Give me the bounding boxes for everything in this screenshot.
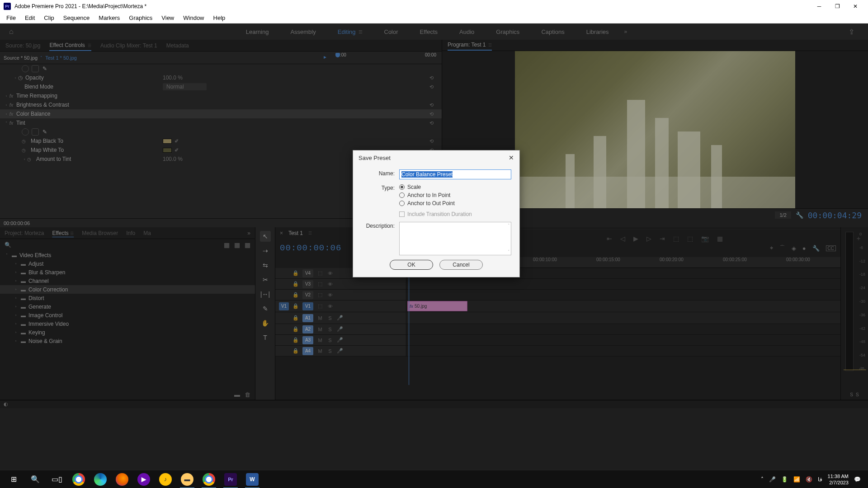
scroll-up-icon[interactable]: ˄ bbox=[508, 223, 510, 228]
solo-icon[interactable]: S bbox=[327, 315, 333, 321]
voice-icon[interactable]: 🎤 bbox=[337, 315, 343, 321]
taskbar-chrome[interactable] bbox=[68, 470, 90, 488]
ec-opacity-row[interactable]: › ◷ Opacity 100.0 % ⟲ bbox=[0, 73, 442, 82]
pen-mask-icon[interactable]: ✎ bbox=[42, 66, 47, 72]
checkbox-icon[interactable] bbox=[399, 211, 405, 217]
scroll-down-icon[interactable]: ˅ bbox=[508, 249, 510, 254]
close-window-button[interactable]: ✕ bbox=[846, 0, 864, 13]
blend-dropdown[interactable]: Normal bbox=[163, 83, 207, 90]
chevron-down-icon[interactable]: ˅ bbox=[5, 253, 9, 257]
tab-media-browser[interactable]: Media Browser bbox=[82, 230, 118, 236]
track-label[interactable]: V2 bbox=[302, 291, 313, 299]
ec-color-balance[interactable]: › fx Color Balance ⟲ bbox=[0, 109, 442, 118]
ok-button[interactable]: OK bbox=[390, 260, 433, 270]
stopwatch-icon[interactable]: ◷ bbox=[27, 157, 33, 162]
overflow-icon[interactable]: » bbox=[247, 230, 250, 236]
stopwatch-icon[interactable]: ◷ bbox=[18, 75, 23, 81]
solo-icon[interactable]: S bbox=[327, 327, 333, 332]
track-a1[interactable]: 🔒A1MS🎤 bbox=[275, 312, 840, 324]
solo-icon[interactable]: S bbox=[327, 338, 333, 343]
preset-filter-icon[interactable]: ▦ bbox=[245, 241, 250, 249]
tray-mic-icon[interactable]: 🎤 bbox=[769, 476, 776, 483]
tab-metadata[interactable]: Metadata bbox=[166, 41, 189, 51]
tab-audio-clip-mixer[interactable]: Audio Clip Mixer: Test 1 bbox=[100, 41, 157, 51]
track-a3[interactable]: 🔒A3MS🎤 bbox=[275, 335, 840, 346]
tray-clock[interactable]: 11:38 AM 2/7/2023 bbox=[828, 473, 849, 486]
chevron-right-icon[interactable]: › bbox=[14, 305, 18, 309]
pen-mask-icon[interactable]: ✎ bbox=[42, 129, 47, 135]
fx-icon[interactable]: fx bbox=[9, 93, 14, 99]
clip-name[interactable]: Test 1 * 50.jpg bbox=[45, 55, 77, 61]
reset-icon[interactable]: ⟲ bbox=[429, 75, 434, 81]
hamburger-icon[interactable]: ☰ bbox=[359, 29, 363, 34]
toggle-output-icon[interactable]: 👁 bbox=[327, 304, 333, 309]
tab-info[interactable]: Info bbox=[126, 230, 135, 236]
type-tool[interactable]: T bbox=[260, 332, 271, 343]
tray-volume-icon[interactable]: 🔇 bbox=[806, 476, 812, 483]
ec-map-black[interactable]: ◷ Map Black To ✐ ⟲ bbox=[0, 136, 442, 145]
fx-icon[interactable]: fx bbox=[9, 102, 14, 108]
solo-icon[interactable]: S bbox=[327, 348, 333, 354]
taskbar-app-purple[interactable]: ▶ bbox=[133, 470, 155, 488]
task-view-button[interactable]: ▭▯ bbox=[46, 470, 68, 488]
rect-mask-icon[interactable] bbox=[32, 128, 39, 136]
hamburger-icon[interactable]: ☰ bbox=[88, 43, 91, 48]
toggle-sync-icon[interactable]: ⬚ bbox=[317, 303, 323, 309]
solo-r[interactable]: S bbox=[856, 392, 859, 397]
menu-sequence[interactable]: Sequence bbox=[59, 13, 94, 23]
razor-tool[interactable]: ✂ bbox=[260, 274, 271, 285]
ec-tint[interactable]: ˅ fx Tint ⟲ bbox=[0, 118, 442, 127]
voice-icon[interactable]: 🎤 bbox=[337, 326, 343, 332]
mute-icon[interactable]: M bbox=[317, 348, 323, 354]
toggle-output-icon[interactable]: 👁 bbox=[327, 292, 333, 298]
taskbar-firefox[interactable] bbox=[111, 470, 133, 488]
ws-learning[interactable]: Learning bbox=[235, 23, 280, 40]
lock-icon[interactable]: 🔒 bbox=[292, 303, 299, 309]
chevron-right-icon[interactable]: › bbox=[13, 76, 18, 80]
search-button[interactable]: 🔍 bbox=[24, 470, 46, 488]
tree-folder[interactable]: ›▬Generate bbox=[0, 302, 255, 311]
taskbar-edge[interactable] bbox=[90, 470, 111, 488]
marker-icon[interactable]: ◈ bbox=[792, 245, 796, 252]
home-icon[interactable]: ⌂ bbox=[9, 28, 23, 36]
tree-folder[interactable]: ›▬Channel bbox=[0, 277, 255, 285]
menu-window[interactable]: Window bbox=[179, 13, 208, 23]
lock-icon[interactable]: 🔒 bbox=[292, 270, 299, 276]
search-icon[interactable]: 🔍 bbox=[5, 242, 11, 248]
rect-mask-icon[interactable] bbox=[32, 65, 39, 72]
chevron-right-icon[interactable]: › bbox=[4, 94, 9, 98]
taskbar-explorer[interactable]: ▬ bbox=[176, 470, 198, 488]
wrench-icon[interactable]: 🔧 bbox=[812, 245, 820, 252]
track-v2[interactable]: 🔒V2⬚👁 bbox=[275, 290, 840, 300]
reset-icon[interactable]: ⟲ bbox=[429, 102, 434, 108]
tray-wifi-icon[interactable]: 📶 bbox=[793, 476, 800, 483]
tray-language[interactable]: فا bbox=[818, 476, 822, 483]
playhead-icon[interactable] bbox=[335, 53, 340, 57]
settings-icon[interactable]: ● bbox=[802, 245, 806, 252]
track-label[interactable]: A3 bbox=[302, 336, 313, 344]
lock-icon[interactable]: 🔒 bbox=[292, 292, 299, 298]
ws-captions[interactable]: Captions bbox=[530, 23, 575, 40]
overflow-icon[interactable]: » bbox=[620, 28, 632, 35]
toggle-sync-icon[interactable]: ⬚ bbox=[317, 281, 323, 287]
track-label[interactable]: A1 bbox=[302, 314, 313, 322]
color-swatch-black[interactable] bbox=[163, 139, 172, 144]
ws-editing[interactable]: Editing☰ bbox=[327, 23, 373, 40]
reset-icon[interactable]: ⟲ bbox=[429, 138, 434, 144]
taskbar-chrome-2[interactable] bbox=[198, 470, 220, 488]
menu-edit[interactable]: Edit bbox=[20, 13, 39, 23]
track-a4[interactable]: 🔒A4MS🎤 bbox=[275, 346, 840, 357]
cc-icon[interactable]: CC bbox=[826, 245, 836, 251]
ellipse-mask-icon[interactable] bbox=[22, 128, 29, 136]
tree-folder[interactable]: ›▬Keying bbox=[0, 328, 255, 337]
chevron-right-icon[interactable]: › bbox=[14, 270, 18, 274]
chevron-right-icon[interactable]: › bbox=[22, 157, 27, 161]
tab-effect-controls[interactable]: Effect Controls☰ bbox=[49, 40, 91, 51]
chevron-right-icon[interactable]: › bbox=[14, 313, 18, 317]
eyedropper-icon[interactable]: ✐ bbox=[175, 138, 179, 144]
stopwatch-icon[interactable]: ◷ bbox=[22, 139, 28, 144]
track-label[interactable]: V3 bbox=[302, 280, 313, 288]
system-tray[interactable]: ˄ 🎤 🔋 📶 🔇 فا 11:38 AM 2/7/2023 💬 bbox=[756, 473, 865, 486]
track-select-tool[interactable]: ⇢ bbox=[260, 245, 271, 256]
track-label[interactable]: A2 bbox=[302, 325, 313, 333]
